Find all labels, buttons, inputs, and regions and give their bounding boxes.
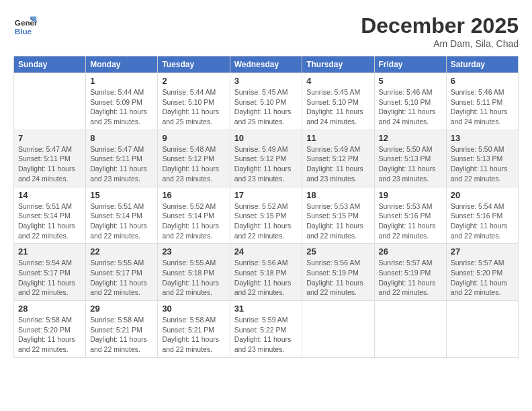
calendar-week-row: 7Sunrise: 5:47 AM Sunset: 5:11 PM Daylig… bbox=[14, 130, 519, 187]
calendar-cell: 10Sunrise: 5:49 AM Sunset: 5:12 PM Dayli… bbox=[230, 130, 302, 187]
calendar-cell: 15Sunrise: 5:51 AM Sunset: 5:14 PM Dayli… bbox=[86, 187, 158, 244]
day-info: Sunrise: 5:56 AM Sunset: 5:19 PM Dayligh… bbox=[306, 258, 369, 298]
location: Am Dam, Sila, Chad bbox=[361, 38, 519, 49]
day-number: 17 bbox=[234, 190, 298, 200]
weekday-header: Monday bbox=[86, 56, 158, 73]
day-number: 7 bbox=[18, 133, 81, 143]
calendar-cell: 12Sunrise: 5:50 AM Sunset: 5:13 PM Dayli… bbox=[374, 130, 446, 187]
calendar-cell bbox=[446, 301, 518, 358]
day-info: Sunrise: 5:56 AM Sunset: 5:18 PM Dayligh… bbox=[234, 258, 298, 298]
calendar-table: SundayMondayTuesdayWednesdayThursdayFrid… bbox=[13, 56, 519, 358]
calendar-week-row: 14Sunrise: 5:51 AM Sunset: 5:14 PM Dayli… bbox=[14, 187, 519, 244]
calendar-cell: 7Sunrise: 5:47 AM Sunset: 5:11 PM Daylig… bbox=[14, 130, 86, 187]
calendar-cell: 18Sunrise: 5:53 AM Sunset: 5:15 PM Dayli… bbox=[302, 187, 374, 244]
logo: General Blue bbox=[13, 13, 38, 38]
title-block: December 2025 Am Dam, Sila, Chad bbox=[361, 13, 519, 49]
calendar-cell: 14Sunrise: 5:51 AM Sunset: 5:14 PM Dayli… bbox=[14, 187, 86, 244]
weekday-row: SundayMondayTuesdayWednesdayThursdayFrid… bbox=[14, 56, 519, 73]
day-info: Sunrise: 5:49 AM Sunset: 5:12 PM Dayligh… bbox=[306, 144, 369, 184]
day-info: Sunrise: 5:50 AM Sunset: 5:13 PM Dayligh… bbox=[379, 144, 442, 184]
day-number: 9 bbox=[162, 133, 225, 143]
weekday-header: Thursday bbox=[302, 56, 374, 73]
day-info: Sunrise: 5:47 AM Sunset: 5:11 PM Dayligh… bbox=[90, 144, 153, 184]
day-info: Sunrise: 5:55 AM Sunset: 5:17 PM Dayligh… bbox=[90, 258, 153, 298]
calendar-cell: 29Sunrise: 5:58 AM Sunset: 5:21 PM Dayli… bbox=[86, 301, 158, 358]
weekday-header: Sunday bbox=[14, 56, 86, 73]
day-number: 10 bbox=[234, 133, 298, 143]
day-info: Sunrise: 5:58 AM Sunset: 5:20 PM Dayligh… bbox=[18, 315, 81, 355]
calendar-cell bbox=[14, 73, 86, 130]
calendar-cell: 2Sunrise: 5:44 AM Sunset: 5:10 PM Daylig… bbox=[158, 73, 230, 130]
day-info: Sunrise: 5:46 AM Sunset: 5:10 PM Dayligh… bbox=[379, 87, 442, 127]
day-number: 6 bbox=[451, 76, 514, 86]
calendar-week-row: 1Sunrise: 5:44 AM Sunset: 5:09 PM Daylig… bbox=[14, 73, 519, 130]
calendar-cell: 26Sunrise: 5:57 AM Sunset: 5:19 PM Dayli… bbox=[374, 244, 446, 301]
calendar-cell: 19Sunrise: 5:53 AM Sunset: 5:16 PM Dayli… bbox=[374, 187, 446, 244]
day-number: 13 bbox=[451, 133, 514, 143]
svg-text:Blue: Blue bbox=[15, 27, 32, 36]
day-number: 12 bbox=[379, 133, 442, 143]
day-info: Sunrise: 5:48 AM Sunset: 5:12 PM Dayligh… bbox=[162, 144, 225, 184]
day-number: 18 bbox=[306, 190, 369, 200]
calendar-cell: 31Sunrise: 5:59 AM Sunset: 5:22 PM Dayli… bbox=[230, 301, 302, 358]
calendar-cell: 11Sunrise: 5:49 AM Sunset: 5:12 PM Dayli… bbox=[302, 130, 374, 187]
calendar-header: SundayMondayTuesdayWednesdayThursdayFrid… bbox=[14, 56, 519, 73]
calendar-cell: 3Sunrise: 5:45 AM Sunset: 5:10 PM Daylig… bbox=[230, 73, 302, 130]
day-info: Sunrise: 5:45 AM Sunset: 5:10 PM Dayligh… bbox=[234, 87, 298, 127]
day-number: 24 bbox=[234, 246, 298, 257]
day-number: 28 bbox=[18, 304, 81, 314]
calendar-cell: 24Sunrise: 5:56 AM Sunset: 5:18 PM Dayli… bbox=[230, 244, 302, 301]
day-info: Sunrise: 5:52 AM Sunset: 5:15 PM Dayligh… bbox=[234, 201, 298, 241]
day-number: 23 bbox=[162, 246, 225, 257]
day-info: Sunrise: 5:54 AM Sunset: 5:16 PM Dayligh… bbox=[451, 201, 514, 241]
calendar-week-row: 28Sunrise: 5:58 AM Sunset: 5:20 PM Dayli… bbox=[14, 301, 519, 358]
calendar-cell: 9Sunrise: 5:48 AM Sunset: 5:12 PM Daylig… bbox=[158, 130, 230, 187]
calendar-cell: 1Sunrise: 5:44 AM Sunset: 5:09 PM Daylig… bbox=[86, 73, 158, 130]
day-info: Sunrise: 5:51 AM Sunset: 5:14 PM Dayligh… bbox=[18, 201, 81, 241]
calendar-cell: 21Sunrise: 5:54 AM Sunset: 5:17 PM Dayli… bbox=[14, 244, 86, 301]
calendar-cell: 16Sunrise: 5:52 AM Sunset: 5:14 PM Dayli… bbox=[158, 187, 230, 244]
calendar-cell: 13Sunrise: 5:50 AM Sunset: 5:13 PM Dayli… bbox=[446, 130, 518, 187]
weekday-header: Tuesday bbox=[158, 56, 230, 73]
day-info: Sunrise: 5:58 AM Sunset: 5:21 PM Dayligh… bbox=[90, 315, 153, 355]
month-title: December 2025 bbox=[361, 13, 519, 38]
day-number: 31 bbox=[234, 304, 298, 314]
weekday-header: Saturday bbox=[446, 56, 518, 73]
day-number: 27 bbox=[451, 246, 514, 257]
calendar-cell: 25Sunrise: 5:56 AM Sunset: 5:19 PM Dayli… bbox=[302, 244, 374, 301]
weekday-header: Wednesday bbox=[230, 56, 302, 73]
calendar-cell: 17Sunrise: 5:52 AM Sunset: 5:15 PM Dayli… bbox=[230, 187, 302, 244]
day-number: 22 bbox=[90, 246, 153, 257]
day-info: Sunrise: 5:58 AM Sunset: 5:21 PM Dayligh… bbox=[162, 315, 225, 355]
day-number: 29 bbox=[90, 304, 153, 314]
day-number: 14 bbox=[18, 190, 81, 200]
day-number: 30 bbox=[162, 304, 225, 314]
day-number: 16 bbox=[162, 190, 225, 200]
day-info: Sunrise: 5:53 AM Sunset: 5:15 PM Dayligh… bbox=[306, 201, 369, 241]
day-number: 1 bbox=[90, 76, 153, 86]
calendar-cell: 5Sunrise: 5:46 AM Sunset: 5:10 PM Daylig… bbox=[374, 73, 446, 130]
day-info: Sunrise: 5:51 AM Sunset: 5:14 PM Dayligh… bbox=[90, 201, 153, 241]
calendar-cell bbox=[374, 301, 446, 358]
day-info: Sunrise: 5:45 AM Sunset: 5:10 PM Dayligh… bbox=[306, 87, 369, 127]
day-info: Sunrise: 5:54 AM Sunset: 5:17 PM Dayligh… bbox=[18, 258, 81, 298]
day-info: Sunrise: 5:59 AM Sunset: 5:22 PM Dayligh… bbox=[234, 315, 298, 355]
day-number: 3 bbox=[234, 76, 298, 86]
calendar-cell: 6Sunrise: 5:46 AM Sunset: 5:11 PM Daylig… bbox=[446, 73, 518, 130]
day-info: Sunrise: 5:46 AM Sunset: 5:11 PM Dayligh… bbox=[451, 87, 514, 127]
day-number: 15 bbox=[90, 190, 153, 200]
day-info: Sunrise: 5:57 AM Sunset: 5:19 PM Dayligh… bbox=[379, 258, 442, 298]
day-number: 20 bbox=[451, 190, 514, 200]
calendar-cell: 22Sunrise: 5:55 AM Sunset: 5:17 PM Dayli… bbox=[86, 244, 158, 301]
day-number: 8 bbox=[90, 133, 153, 143]
day-number: 21 bbox=[18, 246, 81, 257]
day-number: 2 bbox=[162, 76, 225, 86]
day-info: Sunrise: 5:50 AM Sunset: 5:13 PM Dayligh… bbox=[451, 144, 514, 184]
calendar-cell: 30Sunrise: 5:58 AM Sunset: 5:21 PM Dayli… bbox=[158, 301, 230, 358]
day-info: Sunrise: 5:44 AM Sunset: 5:09 PM Dayligh… bbox=[90, 87, 153, 127]
day-number: 26 bbox=[379, 246, 442, 257]
day-number: 19 bbox=[379, 190, 442, 200]
day-info: Sunrise: 5:47 AM Sunset: 5:11 PM Dayligh… bbox=[18, 144, 81, 184]
day-info: Sunrise: 5:49 AM Sunset: 5:12 PM Dayligh… bbox=[234, 144, 298, 184]
weekday-header: Friday bbox=[374, 56, 446, 73]
